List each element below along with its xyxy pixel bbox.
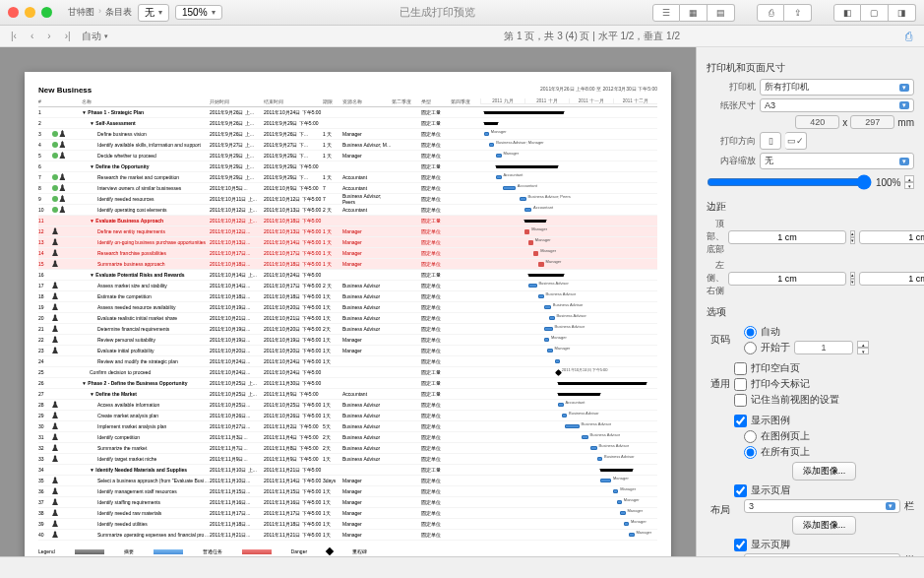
page-indicator: 第 1 页，共 3 (4) 页 | 水平 1/2，垂直 1/2 <box>504 30 680 43</box>
inspector-3-icon[interactable]: ◨ <box>889 4 916 22</box>
orient-portrait-icon[interactable]: ▯ <box>760 132 781 150</box>
header-cols-select[interactable]: 3 <box>744 499 900 513</box>
preview-area[interactable]: New Business 2011年9月26日 上午8:00 至 2012年3月… <box>0 47 696 556</box>
view-gantt-icon[interactable]: ▤ <box>708 4 735 22</box>
task-row: 39 Identify needed utilities2011年11月18日.… <box>38 519 657 530</box>
show-legend-check[interactable] <box>734 415 747 427</box>
margin-tb-label: 顶部、底部 <box>707 218 724 256</box>
task-row: 36 Identify management staff resources20… <box>38 486 657 497</box>
timeline-header: 2011 九月2011 十月2011 十一月2011 十二月 <box>480 98 657 104</box>
print-preview-icon[interactable]: ⎙ <box>905 30 912 43</box>
show-header-check[interactable] <box>734 484 747 497</box>
document-date-range: 2011年9月26日 上午8:00 至 2012年3月30日 下午5:00 <box>540 86 657 92</box>
add-image-1-button[interactable]: 添加图像... <box>792 462 857 481</box>
margin-top-input[interactable] <box>728 230 846 244</box>
task-row: 40 Summarize operating expenses and fina… <box>38 530 657 541</box>
col-type: 类型 <box>421 98 451 104</box>
print-blank-check[interactable] <box>734 362 747 375</box>
minimize-window[interactable] <box>25 7 35 18</box>
orient-landscape-icon[interactable]: ▭✓ <box>785 132 807 150</box>
view-list-icon[interactable]: ☰ <box>652 4 680 22</box>
legend-all-radio[interactable] <box>744 446 757 459</box>
task-row: 9 Identify needed resources2011年10月11日 上… <box>38 194 657 205</box>
task-row: 25 Confirm decision to proceed2011年10月24… <box>38 367 657 378</box>
paper-size-readout: x mm <box>795 115 914 129</box>
crumb-sep: › <box>98 6 101 19</box>
task-row: 1 ▼ Phase 1 - Strategic Plan2011年9月26日 上… <box>38 107 657 118</box>
margin-left-stepper[interactable]: ▴▾ <box>850 272 855 286</box>
scale-stepper[interactable]: ▴▾ <box>904 175 914 189</box>
print-date-check[interactable] <box>734 378 747 391</box>
legend-summary-swatch <box>75 549 104 554</box>
task-row: 11 ▼ Evaluate Business Approach2011年10月1… <box>38 216 657 226</box>
zoom-dropdown[interactable]: 150% <box>175 5 222 20</box>
show-footer-check[interactable] <box>734 539 747 551</box>
maximize-window[interactable] <box>41 7 52 18</box>
margin-left-input[interactable] <box>728 272 846 286</box>
task-row: 35 Select a business approach (from "Eva… <box>38 476 657 486</box>
printer-label: 打印机 <box>707 81 756 94</box>
printer-select[interactable]: 所有打印机 <box>760 79 914 96</box>
close-window[interactable] <box>8 7 19 18</box>
inspector-2-icon[interactable]: ▢ <box>861 4 889 22</box>
nav-next-icon[interactable]: › <box>44 31 53 41</box>
secondary-toolbar: |‹ ‹ › ›| 自动 第 1 页，共 3 (4) 页 | 水平 1/2，垂直… <box>0 26 924 47</box>
task-row: 2 ▼ Self-Assessment2011年9月26日 上...2011年9… <box>38 118 657 129</box>
section-printer: 打印机和页面尺寸 <box>707 61 914 75</box>
task-row: 23 Evaluate initial profitability2011年10… <box>38 346 657 356</box>
crumb-items[interactable]: 条目表 <box>105 6 132 19</box>
task-row: 27 ▼ Define the Market2011年10月25日 上...20… <box>38 389 657 400</box>
task-row: 12 Define new entity requirements2011年10… <box>38 226 657 237</box>
paging-start-input[interactable] <box>794 341 853 354</box>
add-image-2-button[interactable]: 添加图像... <box>792 516 857 535</box>
task-row: 20 Evaluate realistic initial market sha… <box>38 313 657 324</box>
print-sidebar: 打印机和页面尺寸 打印机 所有打印机 纸张尺寸 A3 x mm 打印方向 ▯ ▭… <box>696 47 924 556</box>
share-icon[interactable]: ⇪ <box>784 4 812 22</box>
gantt-header: # 名称 开始时间 结束时间 期限 资源名称 第二季度 类型 第四季度 2011… <box>38 98 657 107</box>
remember-check[interactable] <box>734 394 747 407</box>
task-row: 33 Identify target market niche2011年11月9… <box>38 454 657 465</box>
task-row: 31 Identify competition2011年11月3日...2011… <box>38 432 657 443</box>
task-row: 10 Identify operating cost elements2011年… <box>38 205 657 216</box>
scale-slider[interactable] <box>707 174 872 190</box>
task-row: 3 Define business vision2011年9月26日 上...2… <box>38 129 657 140</box>
task-row: 28 Access available information2011年10月2… <box>38 400 657 411</box>
legend-above-radio[interactable] <box>744 430 757 443</box>
margin-lr-label: 左侧、右侧 <box>707 259 724 297</box>
paging-start-stepper[interactable]: ▴▾ <box>857 341 869 354</box>
crumb-gantt[interactable]: 甘特图 <box>68 6 94 19</box>
paging-auto-radio[interactable] <box>744 326 757 339</box>
gantt-rows: 1 ▼ Phase 1 - Strategic Plan2011年9月26日 上… <box>38 107 657 541</box>
col-dur: 期限 <box>323 98 342 104</box>
task-row: 32 Summarize the market2011年11月7日...2011… <box>38 443 657 454</box>
legend-normal-swatch <box>154 549 183 554</box>
margin-bottom-input[interactable] <box>859 230 924 244</box>
paging-start-radio[interactable] <box>744 342 757 354</box>
margin-top-stepper[interactable]: ▴▾ <box>850 230 855 244</box>
inspector-1-icon[interactable]: ◧ <box>833 4 861 22</box>
nav-prev-icon[interactable]: ‹ <box>28 31 36 41</box>
margin-right-input[interactable] <box>859 272 924 286</box>
layout-label: 布局 <box>707 503 730 517</box>
window-footer <box>0 556 924 578</box>
col-res: 资源名称 <box>342 98 392 104</box>
task-row: 24 Review and modify the strategic plan2… <box>38 356 657 367</box>
titlebar: 甘特图 › 条目表 无 150% 已生成打印预览 ☰ ▦ ▤ ⎙ ⇪ ◧ ▢ ◨ <box>0 0 924 26</box>
task-row: 37 Identify staffing requirements2011年11… <box>38 497 657 508</box>
legend-milestone-swatch <box>326 547 334 555</box>
auto-dropdown[interactable]: 自动 <box>82 30 108 43</box>
nav-last-icon[interactable]: ›| <box>62 31 74 41</box>
task-row: 16 ▼ Evaluate Potential Risks and Reward… <box>38 270 657 281</box>
task-row: 22 Review personal suitability2011年10月19… <box>38 335 657 346</box>
paper-select[interactable]: A3 <box>760 98 914 112</box>
print-icon[interactable]: ⎙ <box>757 4 784 22</box>
task-row: 15 Summarize business approach2011年10月18… <box>38 259 657 270</box>
footer-cols-select[interactable]: 3 <box>744 553 900 556</box>
task-row: 17 Assess market size and stability2011年… <box>38 281 657 291</box>
scale-select[interactable]: 无 <box>760 153 914 169</box>
legend: Legend 摘要 普通任务 Danger 里程碑 <box>38 548 657 554</box>
nav-first-icon[interactable]: |‹ <box>8 31 20 41</box>
task-row: 14 Research franchise possibilities2011年… <box>38 248 657 259</box>
filter-dropdown[interactable]: 无 <box>138 4 169 22</box>
view-cal-icon[interactable]: ▦ <box>680 4 708 22</box>
